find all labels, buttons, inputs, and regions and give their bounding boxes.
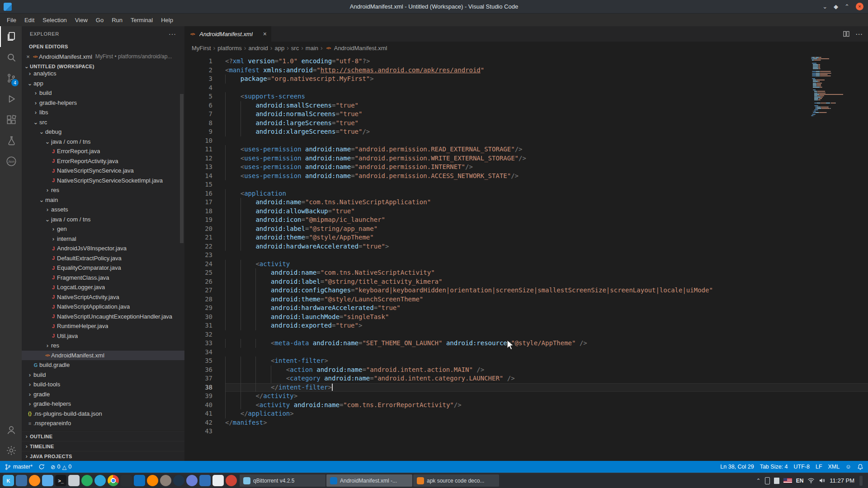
vlc-icon[interactable] [147,475,158,486]
menu-run[interactable]: Run [108,14,127,26]
kde-launcher-icon[interactable]: K [3,475,14,486]
line-number[interactable]: 42 [184,418,212,427]
code-line[interactable]: </manifest> [225,418,868,427]
tree-item[interactable]: ›analytics [22,69,184,79]
breadcrumb-item[interactable]: src [291,45,299,52]
code-line[interactable] [225,348,868,357]
line-number[interactable]: 1 [184,57,212,66]
menu-help[interactable]: Help [157,14,177,26]
code-line[interactable]: android:hardwareAccelerated="true"> [225,242,868,251]
code-line[interactable]: <?xml version="1.0" encoding="utf-8"?> [225,57,868,66]
code-line[interactable]: <action android:name="android.intent.act… [225,366,868,375]
line-number[interactable]: 18 [184,207,212,216]
line-number[interactable]: 28 [184,295,212,304]
tree-item[interactable]: JUtil.java [22,331,184,341]
maximize-icon[interactable]: ⌃ [844,3,849,10]
text-editor-icon[interactable] [68,475,80,486]
clipboard-icon[interactable] [774,478,779,484]
code-line[interactable]: android:label="@string/title_activity_ki… [225,277,868,286]
tree-item[interactable]: ›libs [22,108,184,117]
line-number[interactable]: 19 [184,216,212,225]
code-line[interactable]: android:exported="true"> [225,321,868,330]
line-number[interactable]: 33 [184,339,212,348]
code-line[interactable]: android:smallScreens="true" [225,101,868,110]
tree-item[interactable]: ›res [22,185,184,195]
code-line[interactable]: android:allowBackup="true" [225,207,868,216]
line-number[interactable]: 4 [184,84,212,93]
tree-item[interactable]: JRuntimeHelper.java [22,321,184,331]
menu-go[interactable]: Go [92,14,108,26]
language-mode[interactable]: XML [828,464,840,470]
breadcrumb-item[interactable]: app [274,45,284,52]
line-number[interactable]: 31 [184,321,212,330]
tree-item[interactable]: ›gen [22,224,184,234]
code-line[interactable]: <category android:name="android.intent.c… [225,374,868,383]
sidebar-scrollbar[interactable] [180,94,184,243]
chevron-down-icon[interactable]: ⌄ [822,3,827,10]
code-line[interactable]: <activity android:name="com.tns.ErrorRep… [225,401,868,410]
tree-item[interactable]: ⌄src [22,117,184,127]
line-number[interactable]: 10 [184,136,212,145]
code-line[interactable]: <activity [225,260,868,269]
line-number[interactable]: 24 [184,260,212,269]
clock[interactable]: 11:27 PM [830,477,854,484]
tree-item[interactable]: JEqualityComparator.java [22,263,184,273]
code-line[interactable]: android:icon="@mipmap/ic_launcher" [225,216,868,225]
close-icon[interactable]: × [856,3,863,10]
encoding[interactable]: UTF-8 [794,464,810,470]
line-number[interactable]: 39 [184,392,212,401]
panel-handle[interactable] [859,476,863,486]
open-editors-header[interactable]: OPEN EDITORS [22,42,184,52]
code-line[interactable]: android:hardwareAccelerated="true" [225,304,868,313]
git-branch-item[interactable]: master* [5,464,33,470]
menu-file[interactable]: File [3,14,20,26]
tray-expand-icon[interactable]: ⌃ [756,478,761,484]
code-line[interactable]: </intent-filter> [225,383,868,392]
tree-item[interactable]: ⌄main [22,195,184,205]
line-number[interactable]: 2 [184,66,212,75]
code-line[interactable]: <uses-permission android:name="android.p… [225,145,868,154]
line-number[interactable]: 20 [184,225,212,234]
taskbar-window-button[interactable]: qBittorrent v4.2.5 [240,474,326,487]
code-line[interactable]: android:xlargeScreens="true"/> [225,127,868,136]
line-number[interactable]: 26 [184,277,212,286]
tree-item[interactable]: ›gradle-helpers [22,399,184,409]
line-number[interactable]: 41 [184,409,212,418]
settings-gear-icon[interactable] [0,440,22,461]
firefox-icon[interactable] [29,475,40,486]
menu-terminal[interactable]: Terminal [127,14,157,26]
tree-item[interactable]: ⌄java / com / tns [22,137,184,147]
open-editor-item[interactable]: × </> AndroidManifest.xml MyFirst • plat… [22,52,184,61]
line-number[interactable]: 9 [184,127,212,136]
eol-selector[interactable]: LF [816,464,822,470]
taskbar-window-button[interactable]: AndroidManifest.xml -... [326,474,412,487]
tree-item[interactable]: ›build [22,88,184,98]
tree-item[interactable]: JLogcatLogger.java [22,282,184,292]
telegram-icon[interactable] [94,475,106,486]
taskbar-window-button[interactable]: apk source code deco... [413,474,499,487]
line-number[interactable]: 34 [184,348,212,357]
line-number[interactable]: 5 [184,92,212,101]
code-line[interactable]: </application> [225,409,868,418]
tree-item[interactable]: ›gradle [22,389,184,399]
keyboard-layout[interactable]: EN [796,478,804,484]
wifi-icon[interactable] [807,478,815,483]
code-line[interactable]: android:name="com.tns.NativeScriptApplic… [225,198,868,207]
indentation[interactable]: Tab Size: 4 [760,464,788,470]
tree-item[interactable]: JErrorReport.java [22,146,184,156]
tree-item[interactable]: JNativeScriptUncaughtExceptionHandler.ja… [22,312,184,322]
line-number[interactable]: 38 [184,383,212,392]
line-number[interactable]: 23 [184,251,212,260]
more-actions-icon[interactable]: ⋯ [855,30,863,38]
tree-item[interactable]: ›build [22,370,184,380]
line-number[interactable]: 43 [184,427,212,436]
tree-item[interactable]: </>AndroidManifest.xml [22,351,184,361]
tree-item[interactable]: JNativeScriptApplication.java [22,302,184,312]
gimp-icon[interactable] [160,475,171,486]
close-icon[interactable]: × [24,53,32,60]
split-editor-icon[interactable] [843,30,850,38]
code-line[interactable]: android:configChanges="keyboard|keyboard… [225,286,868,295]
tree-item[interactable]: ⌄debug [22,127,184,137]
run-debug-icon[interactable] [0,89,22,109]
tree-item[interactable]: ⌄app [22,79,184,89]
